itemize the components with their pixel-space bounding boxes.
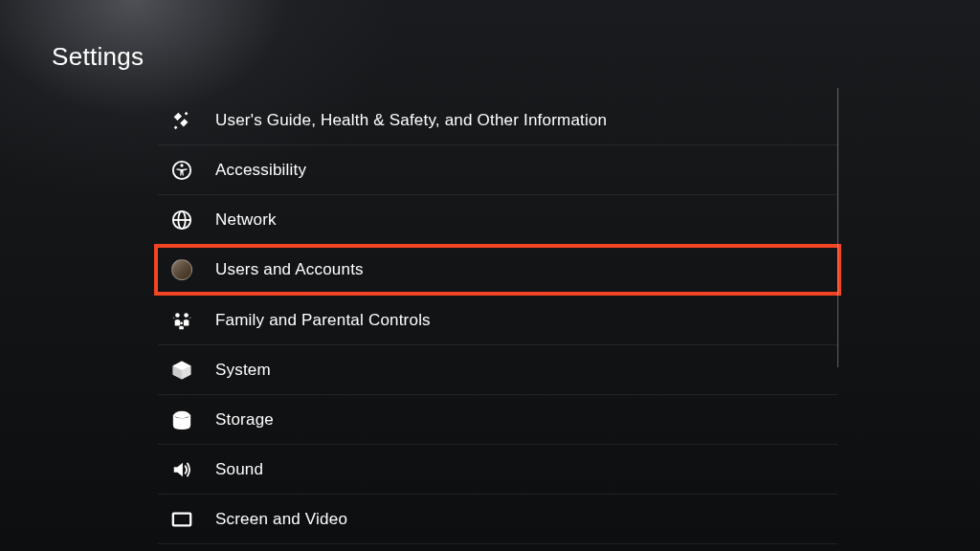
svg-point-7 <box>180 321 183 324</box>
menu-item-label: Storage <box>215 410 274 430</box>
menu-item-label: Screen and Video <box>215 510 347 529</box>
menu-item-label: System <box>215 361 271 380</box>
accessibility-icon <box>169 158 194 183</box>
menu-item-screen[interactable]: Screen and Video <box>158 495 837 544</box>
settings-menu: User's Guide, Health & Safety, and Other… <box>158 96 837 544</box>
cube-icon <box>169 358 194 383</box>
menu-item-label: Network <box>215 210 277 230</box>
svg-point-6 <box>184 313 189 318</box>
screen-icon <box>169 507 194 532</box>
svg-point-8 <box>174 410 190 417</box>
svg-point-5 <box>175 313 180 318</box>
storage-icon <box>169 408 194 432</box>
menu-item-users[interactable]: Users and Accounts <box>154 244 841 296</box>
svg-rect-9 <box>173 513 190 525</box>
menu-item-label: Family and Parental Controls <box>215 311 431 330</box>
avatar-icon <box>169 257 194 282</box>
menu-item-sound[interactable]: Sound <box>158 445 837 495</box>
speaker-icon <box>169 457 194 482</box>
guide-icon <box>169 108 194 133</box>
menu-item-label: Users and Accounts <box>215 260 364 279</box>
menu-item-storage[interactable]: Storage <box>158 395 837 445</box>
page-title: Settings <box>52 42 144 72</box>
menu-item-label: Sound <box>215 460 263 479</box>
family-icon <box>169 308 194 333</box>
scrollbar[interactable] <box>837 88 838 367</box>
menu-item-label: User's Guide, Health & Safety, and Other… <box>215 111 607 130</box>
menu-item-system[interactable]: System <box>158 345 837 395</box>
menu-item-network[interactable]: Network <box>158 195 837 245</box>
menu-item-label: Accessibility <box>215 161 306 180</box>
globe-icon <box>169 208 194 232</box>
menu-item-guide[interactable]: User's Guide, Health & Safety, and Other… <box>158 96 837 145</box>
menu-item-accessibility[interactable]: Accessibility <box>158 145 837 195</box>
menu-item-family[interactable]: Family and Parental Controls <box>158 296 837 345</box>
svg-point-1 <box>180 164 183 166</box>
